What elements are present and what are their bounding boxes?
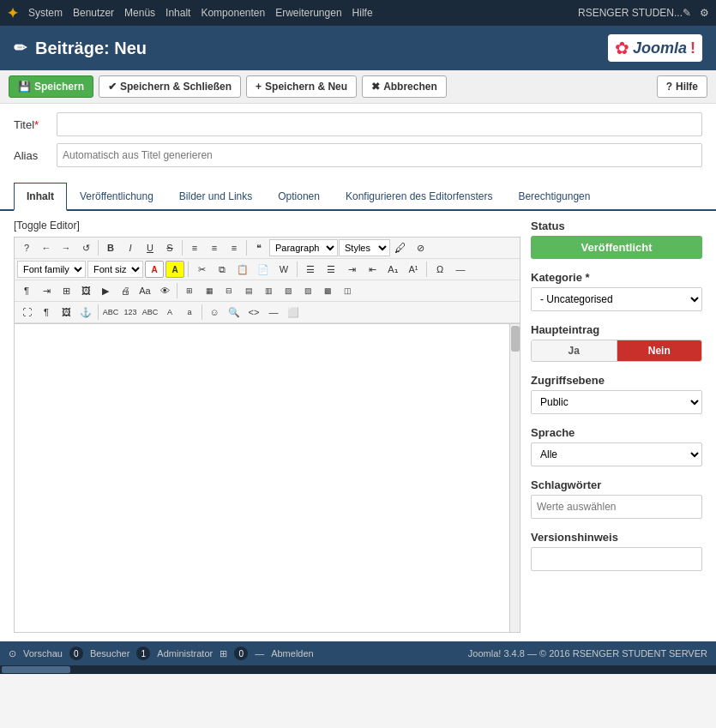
editor-table10-btn[interactable]: ◫ (338, 282, 357, 299)
nav-hilfe[interactable]: Hilfe (352, 7, 373, 19)
save-button[interactable]: 💾 Speichern (9, 75, 93, 98)
cancel-button[interactable]: ✖ Abbrechen (362, 75, 447, 98)
editor-A-btn[interactable]: A (160, 304, 179, 321)
featured-ja-btn[interactable]: Ja (532, 340, 617, 361)
access-select[interactable]: Public (531, 390, 702, 414)
editor-table7-btn[interactable]: ▧ (279, 282, 298, 299)
editor-font-color-btn[interactable]: A (145, 261, 164, 278)
nav-system[interactable]: System (28, 7, 63, 19)
editor-blockquote-btn[interactable]: ❝ (250, 239, 268, 256)
editor-align-left-btn[interactable]: ≡ (185, 239, 204, 256)
editor-redo-btn[interactable]: → (57, 239, 75, 256)
editor-format2-btn[interactable]: Aa (135, 282, 154, 299)
editor-emotion-btn[interactable]: ☺ (205, 304, 224, 321)
tab-berechtigungen[interactable]: Berechtigungen (505, 183, 603, 211)
editor-img-btn[interactable]: 🖼 (76, 282, 95, 299)
tab-veroeffentlichung[interactable]: Veröffentlichung (67, 183, 166, 211)
editor-paste-btn[interactable]: 📋 (233, 261, 252, 278)
editor-highlight-btn[interactable]: A (165, 261, 184, 278)
editor-help-btn[interactable]: ? (17, 239, 36, 256)
editor-paste-word-btn[interactable]: W (274, 261, 293, 278)
tags-input[interactable] (531, 495, 702, 519)
editor-align-center-btn[interactable]: ≡ (205, 239, 224, 256)
editor-box-btn[interactable]: ⬜ (284, 304, 303, 321)
editor-list-number-btn[interactable]: ☰ (322, 261, 340, 278)
toggle-editor-link[interactable]: [Toggle Editor] (14, 220, 520, 232)
version-input[interactable] (531, 547, 702, 571)
editor-clear-btn[interactable]: 🖊 (391, 239, 410, 256)
editor-hr-btn[interactable]: — (451, 261, 470, 278)
editor-special-char-btn[interactable]: Ω (430, 261, 449, 278)
editor-superscript-btn[interactable]: A¹ (404, 261, 423, 278)
tab-bilder[interactable]: Bilder und Links (166, 183, 265, 211)
editor-align-right-btn[interactable]: ≡ (225, 239, 244, 256)
site-name[interactable]: RSENGER STUDEN...✎ (578, 7, 691, 19)
editor-123-btn[interactable]: 123 (121, 304, 140, 321)
editor-code-btn[interactable]: <> (244, 304, 263, 321)
tab-inhalt[interactable]: Inhalt (14, 183, 67, 211)
logout-link[interactable]: Abmelden (271, 648, 314, 659)
editor-abc-btn[interactable]: ABC (101, 304, 120, 321)
footer-scroll-bar[interactable] (0, 665, 716, 674)
editor-copy-btn[interactable]: ⧉ (213, 261, 232, 278)
alias-input[interactable] (57, 143, 702, 167)
paragraph-select[interactable]: Paragraph (269, 239, 338, 256)
font-family-select[interactable]: Font family (17, 261, 86, 278)
font-size-select[interactable]: Font size (87, 261, 143, 278)
editor-list-bullet-btn[interactable]: ☰ (301, 261, 320, 278)
editor-outdent-btn[interactable]: ⇤ (363, 261, 382, 278)
styles-select[interactable]: Styles (339, 239, 390, 256)
nav-erweiterungen[interactable]: Erweiterungen (275, 7, 341, 19)
status-button[interactable]: Veröffentlicht (531, 236, 702, 259)
editor-scrollbar[interactable] (509, 324, 520, 632)
editor-bold-btn[interactable]: B (101, 239, 120, 256)
editor-format-btn[interactable]: ⊘ (411, 239, 430, 256)
editor-table8-btn[interactable]: ▨ (298, 282, 317, 299)
nav-menus[interactable]: Menüs (124, 7, 155, 19)
tab-konfigurieren[interactable]: Konfigurieren des Editorfensters (333, 183, 505, 211)
title-input[interactable] (57, 112, 702, 136)
editor-para2-btn[interactable]: ¶ (37, 304, 56, 321)
featured-nein-btn[interactable]: Nein (617, 340, 702, 361)
editor-para-btn[interactable]: ¶ (17, 282, 36, 299)
editor-subscript-btn[interactable]: A₁ (383, 261, 402, 278)
editor-indent2-btn[interactable]: ⇥ (37, 282, 56, 299)
editor-refresh-btn[interactable]: ↺ (76, 239, 95, 256)
editor-table3-btn[interactable]: ▦ (200, 282, 219, 299)
tab-optionen[interactable]: Optionen (265, 183, 333, 211)
help-button[interactable]: ? Hilfe (657, 75, 707, 98)
editor-underline-btn[interactable]: U (141, 239, 159, 256)
editor-img2-btn[interactable]: 🖼 (57, 304, 75, 321)
nav-inhalt[interactable]: Inhalt (165, 7, 190, 19)
editor-undo-btn[interactable]: ← (37, 239, 56, 256)
editor-paste-text-btn[interactable]: 📄 (254, 261, 273, 278)
editor-anchor-btn[interactable]: ⚓ (76, 304, 95, 321)
editor-table2-btn[interactable]: ⊞ (180, 282, 199, 299)
preview-link[interactable]: Vorschau (23, 648, 63, 659)
editor-table5-btn[interactable]: ▤ (239, 282, 258, 299)
save-close-button[interactable]: ✔ Speichern & Schließen (99, 75, 241, 98)
editor-a-btn[interactable]: a (180, 304, 199, 321)
editor-table-btn[interactable]: ⊞ (57, 282, 75, 299)
nav-komponenten[interactable]: Komponenten (201, 7, 265, 19)
editor-search-btn[interactable]: 🔍 (225, 304, 244, 321)
editor-body[interactable] (15, 323, 520, 632)
editor-strikethrough-btn[interactable]: S (160, 239, 179, 256)
editor-table9-btn[interactable]: ▩ (318, 282, 337, 299)
editor-media-btn[interactable]: ▶ (96, 282, 115, 299)
save-new-button[interactable]: + Speichern & Neu (246, 75, 357, 98)
editor-ABC2-btn[interactable]: ABC (141, 304, 159, 321)
category-select[interactable]: - Uncategorised (531, 287, 702, 311)
nav-benutzer[interactable]: Benutzer (73, 7, 114, 19)
editor-minus-btn[interactable]: — (264, 304, 283, 321)
editor-indent-btn[interactable]: ⇥ (342, 261, 361, 278)
editor-fullscreen-btn[interactable]: ⛶ (17, 304, 36, 321)
editor-cut-btn[interactable]: ✂ (192, 261, 211, 278)
editor-print-btn[interactable]: 🖨 (116, 282, 135, 299)
editor-table6-btn[interactable]: ▥ (259, 282, 278, 299)
language-select[interactable]: Alle (531, 442, 702, 466)
editor-italic-btn[interactable]: I (121, 239, 140, 256)
gear-icon[interactable]: ⚙ (700, 7, 709, 19)
editor-preview-btn[interactable]: 👁 (155, 282, 174, 299)
editor-table4-btn[interactable]: ⊟ (220, 282, 238, 299)
